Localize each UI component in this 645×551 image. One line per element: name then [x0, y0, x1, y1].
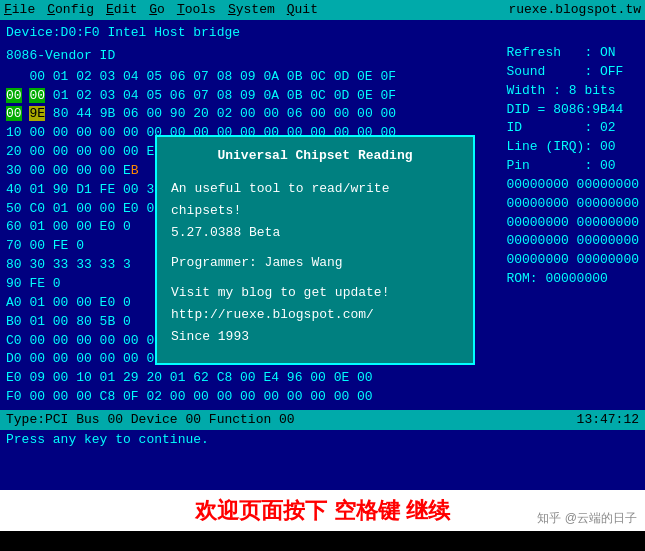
dialog-line2: 5.27.0388 Beta — [171, 222, 459, 244]
menu-go[interactable]: Go — [149, 1, 165, 20]
did-line: DID = 8086:9B44 — [506, 101, 639, 120]
int-line: Line (IRQ): 00 — [506, 138, 639, 157]
zhihu-watermark: 知乎 @云端的日子 — [537, 510, 637, 527]
hex-extra-5: 00000000 00000000 — [506, 251, 639, 270]
statusbar1-left: Type:PCI Bus 00 Device 00 Function 00 — [6, 411, 295, 430]
dialog-line5 — [171, 274, 459, 282]
terminal-window: File Config Edit Go Tools System Quit ru… — [0, 0, 645, 490]
statusbar1-right: 13:47:12 — [577, 411, 639, 430]
statusbar2: Press any key to continue. — [0, 430, 645, 450]
menu-config[interactable]: Config — [47, 1, 94, 20]
rom-line: ROM: 00000000 — [506, 270, 639, 289]
menu-quit[interactable]: Quit — [287, 1, 318, 20]
dialog-box: Universal Chipset Reading An useful tool… — [155, 135, 475, 365]
space-key-text: 空格键 — [334, 498, 400, 523]
content-area: Device:D0:F0 Intel Host bridge 8086-Vend… — [0, 20, 645, 411]
hex-row-f0: F0 00 00 00 C8 0F 02 00 00 00 00 00 00 0… — [6, 388, 639, 407]
hex-row-e0: E0 09 00 10 01 29 20 01 62 C8 00 E4 96 0… — [6, 369, 639, 388]
hex-extra-1: 00000000 00000000 — [506, 176, 639, 195]
status-area: Type:PCI Bus 00 Device 00 Function 00 13… — [0, 410, 645, 450]
dialog-line7: http://ruexe.blogspot.com/ — [171, 304, 459, 326]
hex-extra-4: 00000000 00000000 — [506, 232, 639, 251]
dialog-title: Universal Chipset Reading — [171, 147, 459, 166]
dialog-line8: Since 1993 — [171, 326, 459, 348]
hex-header-text: 00 01 02 03 04 05 06 07 08 09 0A 0B 0C 0… — [6, 69, 396, 84]
dialog-line1: An useful tool to read/write chipsets! — [171, 178, 459, 222]
menubar[interactable]: File Config Edit Go Tools System Quit ru… — [0, 0, 645, 20]
statusbar2-text: Press any key to continue. — [6, 431, 209, 450]
chinese-text: 欢迎页面按下 空格键 继续 — [195, 496, 449, 526]
dialog-line3 — [171, 244, 459, 252]
device-line: Device:D0:F0 Intel Host bridge — [6, 24, 639, 43]
dialog-line4: Programmer: James Wang — [171, 252, 459, 274]
dialog-body: An useful tool to read/write chipsets! 5… — [171, 178, 459, 349]
hex-extra-3: 00000000 00000000 — [506, 214, 639, 233]
menu-system[interactable]: System — [228, 1, 275, 20]
right-panel: Refresh : ON Sound : OFF Width : 8 bits … — [506, 44, 639, 289]
hex-extra-2: 00000000 00000000 — [506, 195, 639, 214]
statusbar1: Type:PCI Bus 00 Device 00 Function 00 13… — [0, 410, 645, 430]
chinese-bar: 欢迎页面按下 空格键 继续 知乎 @云端的日子 — [0, 490, 645, 531]
sound-line: Sound : OFF — [506, 63, 639, 82]
menu-edit[interactable]: Edit — [106, 1, 137, 20]
dialog-line6: Visit my blog to get update! — [171, 282, 459, 304]
pin-line: Pin : 00 — [506, 157, 639, 176]
refresh-line: Refresh : ON — [506, 44, 639, 63]
top-right-url: ruexe.blogspot.tw — [508, 1, 641, 20]
width-line: Width : 8 bits — [506, 82, 639, 101]
menu-tools[interactable]: Tools — [177, 1, 216, 20]
id-line: ID : 02 — [506, 119, 639, 138]
menu-file[interactable]: File — [4, 1, 35, 20]
